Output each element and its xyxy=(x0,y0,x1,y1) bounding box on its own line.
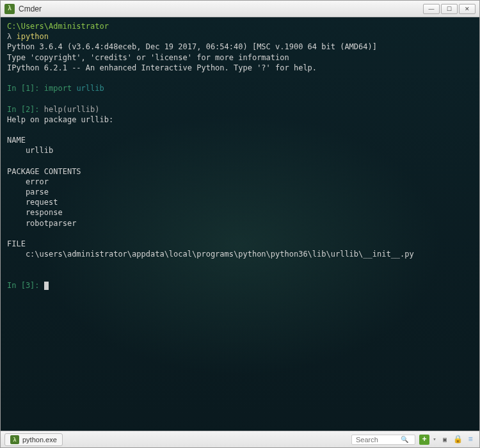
prompt-path: C:\Users\Administrator xyxy=(7,22,109,31)
in1-import: import xyxy=(44,84,77,93)
new-tab-dropdown-icon[interactable]: ▾ xyxy=(432,435,437,445)
search-icon[interactable]: 🔍 xyxy=(401,436,408,444)
ipython-line: IPython 6.2.1 -- An enhanced Interactive… xyxy=(7,63,473,73)
search-box[interactable]: 🔍 xyxy=(351,435,415,445)
terminal-pane[interactable]: C:\Users\Administrator λ ipython Python … xyxy=(1,17,479,431)
maximize-button[interactable]: ☐ xyxy=(441,4,458,14)
new-tab-button[interactable]: + xyxy=(419,435,429,445)
cursor xyxy=(44,282,49,290)
statusbar: λ python.exe 🔍 + ▾ ▣ 🔒 ≡ xyxy=(1,431,479,447)
app-window: λ Cmder — ☐ ✕ C:\Users\Administrator λ i… xyxy=(0,0,480,448)
pkg-item: request xyxy=(7,197,473,207)
search-input[interactable] xyxy=(356,436,401,444)
menu-icon[interactable]: ≡ xyxy=(465,435,476,445)
tab-cmder-icon: λ xyxy=(10,435,19,444)
in1-prompt: In [1]: xyxy=(7,84,44,93)
pkg-item: response xyxy=(7,207,473,218)
window-title: Cmder xyxy=(19,4,419,13)
pkg-item: robotparser xyxy=(7,218,473,228)
name-value: urllib xyxy=(7,145,473,156)
file-value: c:\users\administrator\appdata\local\pro… xyxy=(7,249,473,259)
help-header: Help on package urllib: xyxy=(7,115,473,125)
tab-python[interactable]: λ python.exe xyxy=(4,433,63,446)
prompt-lambda: λ xyxy=(7,32,12,41)
in3-prompt: In [3]: xyxy=(7,281,44,290)
in2-command: help(urllib) xyxy=(44,105,100,114)
close-button[interactable]: ✕ xyxy=(459,4,476,14)
typed-command: ipython xyxy=(16,32,49,41)
pkg-label: PACKAGE CONTENTS xyxy=(7,166,473,177)
python-version-line: Python 3.6.4 (v3.6.4:d48eceb, Dec 19 201… xyxy=(7,42,473,52)
minimize-button[interactable]: — xyxy=(423,4,440,14)
cmder-icon: λ xyxy=(4,4,15,14)
window-controls: — ☐ ✕ xyxy=(423,4,476,14)
name-label: NAME xyxy=(7,135,473,145)
in1-module: urllib xyxy=(76,84,104,93)
status-icons: + ▾ ▣ 🔒 ≡ xyxy=(419,435,476,445)
lock-icon[interactable]: 🔒 xyxy=(452,435,463,445)
pkg-item: parse xyxy=(7,187,473,197)
titlebar[interactable]: λ Cmder — ☐ ✕ xyxy=(1,1,479,17)
copyright-line: Type 'copyright', 'credits' or 'license'… xyxy=(7,52,473,63)
tab-label: python.exe xyxy=(22,436,57,444)
tab-count-icon[interactable]: ▣ xyxy=(440,435,450,445)
pkg-item: error xyxy=(7,177,473,187)
in2-prompt: In [2]: xyxy=(7,105,44,114)
file-label: FILE xyxy=(7,239,473,249)
